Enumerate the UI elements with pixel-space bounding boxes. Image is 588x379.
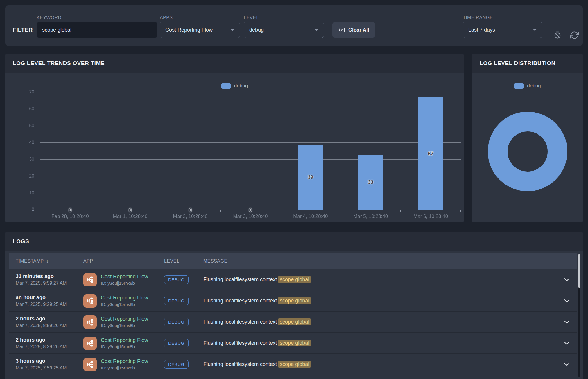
clear-all-button[interactable]: Clear All [332, 22, 375, 38]
message-text: Flushing localfilesystem context [203, 298, 277, 304]
column-header-app[interactable]: APP [83, 259, 164, 264]
legend-label-debug: debug [234, 83, 248, 89]
app-cell: Cost Reporting FlowID: y3qujj15rhx8b [83, 315, 164, 329]
log-row[interactable]: 2 hours agoMar 7, 2025, 8:59:26 AMCost R… [9, 312, 577, 333]
expand-row-button[interactable] [562, 361, 571, 368]
relative-time: 31 minutes ago [16, 273, 83, 279]
chevron-down-icon [230, 29, 234, 31]
trends-panel-header: LOG LEVEL TRENDS OVER TIME [5, 54, 464, 73]
x-tick-label: Mar 1, 10:28:40 [113, 214, 148, 219]
app-cell: Cost Reporting FlowID: y3qujj15rhx8b [83, 273, 164, 286]
log-table-body: 31 minutes agoMar 7, 2025, 9:59:27 AMCos… [9, 269, 577, 379]
time-range-select[interactable]: Last 7 days [463, 22, 542, 38]
bar-column: 0Feb 28, 10:28:40 [40, 92, 100, 210]
relative-time: 2 hours ago [16, 316, 83, 322]
keyword-input[interactable] [37, 22, 157, 38]
sort-desc-icon[interactable]: ↓ [46, 258, 49, 264]
chevron-down-icon [533, 29, 537, 31]
level-cell: DEBUG [164, 360, 203, 369]
level-cell: DEBUG [164, 339, 203, 347]
level-cell: DEBUG [164, 297, 203, 305]
trends-legend[interactable]: debug [5, 83, 464, 89]
column-header-level[interactable]: LEVEL [164, 259, 203, 264]
logs-scrollbar-thumb[interactable] [578, 254, 580, 288]
bar[interactable]: 39 [298, 145, 323, 210]
column-header-message[interactable]: MESSAGE [203, 259, 557, 264]
bar-column: 33Mar 5, 10:28:40 [340, 92, 401, 210]
app-name-link[interactable]: Cost Reporting Flow [101, 274, 148, 280]
flow-app-icon [83, 337, 97, 350]
x-tick-label: Mar 6, 10:28:40 [413, 214, 448, 219]
absolute-time: Mar 7, 2025, 9:59:27 AM [16, 281, 83, 286]
y-tick-label: 20 [29, 174, 34, 179]
app-id: ID: y3qujj15rhx8b [101, 323, 148, 328]
y-tick-label: 70 [29, 89, 34, 95]
log-row[interactable]: an hour agoMar 7, 2025, 9:29:25 AMCost R… [9, 290, 577, 312]
level-badge: DEBUG [164, 297, 189, 305]
column-header-timestamp[interactable]: TIMESTAMP ↓ [16, 258, 83, 264]
app-name-link[interactable]: Cost Reporting Flow [101, 337, 148, 343]
bar[interactable]: 33 [358, 155, 383, 210]
y-tick-label: 50 [29, 123, 34, 128]
y-tick-label: 30 [29, 157, 34, 162]
level-badge: DEBUG [164, 318, 189, 326]
message-highlight: scope global [278, 340, 311, 346]
absolute-time: Mar 7, 2025, 8:29:26 AM [16, 344, 83, 349]
message-cell: Flushing localfilesystem contextscope gl… [203, 319, 557, 325]
expand-row-button[interactable] [562, 277, 571, 283]
expand-row-button[interactable] [562, 340, 571, 346]
trends-panel: LOG LEVEL TRENDS OVER TIME debug 0102030… [5, 54, 464, 222]
time-range-select-value: Last 7 days [468, 27, 495, 33]
bar-value-label: 67 [428, 151, 433, 157]
trends-panel-title: LOG LEVEL TRENDS OVER TIME [13, 60, 105, 66]
timestamp-cell: 2 hours agoMar 7, 2025, 8:29:26 AM [16, 337, 83, 349]
level-cell: DEBUG [164, 275, 203, 284]
logs-panel: LOGS TIMESTAMP ↓ APP LEVEL MESSAGE 31 mi… [5, 232, 583, 379]
bar-value-label: 0 [69, 207, 71, 213]
bar-value-label: 33 [368, 179, 373, 185]
alarm-off-icon[interactable] [553, 31, 562, 40]
log-row[interactable]: 31 minutes agoMar 7, 2025, 9:59:27 AMCos… [9, 269, 577, 290]
distribution-panel: LOG LEVEL DISTRIBUTION debug [472, 54, 583, 222]
message-cell: Flushing localfilesystem contextscope gl… [203, 340, 557, 346]
absolute-time: Mar 7, 2025, 8:59:26 AM [16, 323, 83, 328]
trend-columns: 0Feb 28, 10:28:400Mar 1, 10:28:400Mar 2,… [40, 92, 461, 210]
donut-chart[interactable] [488, 112, 567, 191]
distribution-panel-header: LOG LEVEL DISTRIBUTION [472, 54, 583, 73]
app-id: ID: y3qujj15rhx8b [101, 344, 148, 349]
app-name-link[interactable]: Cost Reporting Flow [101, 316, 148, 322]
chevron-down-icon [564, 320, 570, 324]
log-row[interactable]: 2 hours agoMar 7, 2025, 8:29:26 AMCost R… [9, 333, 577, 354]
logs-panel-header: LOGS [5, 232, 583, 251]
y-tick-label: 0 [32, 207, 34, 212]
expand-row-button[interactable] [562, 298, 571, 304]
legend-swatch-debug [514, 83, 524, 89]
bar[interactable]: 67 [418, 97, 443, 210]
app-id: ID: y3qujj15rhx8b [101, 302, 148, 307]
level-select[interactable]: debug [244, 22, 324, 38]
clear-backspace-icon [338, 26, 345, 33]
message-text: Flushing localfilesystem context [203, 361, 277, 367]
level-badge: DEBUG [164, 360, 189, 369]
app-name-link[interactable]: Cost Reporting Flow [101, 295, 148, 301]
app-name-link[interactable]: Cost Reporting Flow [101, 358, 148, 364]
expand-row-button[interactable] [562, 319, 571, 325]
chevron-down-icon [564, 341, 570, 345]
log-table-header: TIMESTAMP ↓ APP LEVEL MESSAGE [9, 253, 577, 269]
level-select-value: debug [249, 27, 264, 33]
keyword-label: KEYWORD [37, 15, 61, 20]
relative-time: an hour ago [16, 295, 83, 301]
x-tick-label: Mar 2, 10:28:40 [173, 214, 208, 219]
distribution-legend[interactable]: debug [472, 83, 583, 89]
app-id: ID: y3qujj15rhx8b [101, 281, 148, 286]
bar-column: 39Mar 4, 10:28:40 [280, 92, 340, 210]
refresh-icon[interactable] [570, 31, 579, 40]
log-row[interactable]: 3 hours agoMar 7, 2025, 7:59:25 AMCost R… [9, 354, 577, 375]
logs-panel-title: LOGS [13, 238, 29, 245]
bar-column: 0Mar 2, 10:28:40 [160, 92, 220, 210]
logs-scrollbar-track[interactable] [578, 254, 580, 377]
flow-app-icon [83, 294, 97, 308]
apps-select[interactable]: Cost Reporting Flow [160, 22, 240, 38]
flow-app-icon [83, 273, 97, 286]
bar-column: 0Mar 1, 10:28:40 [100, 92, 160, 210]
